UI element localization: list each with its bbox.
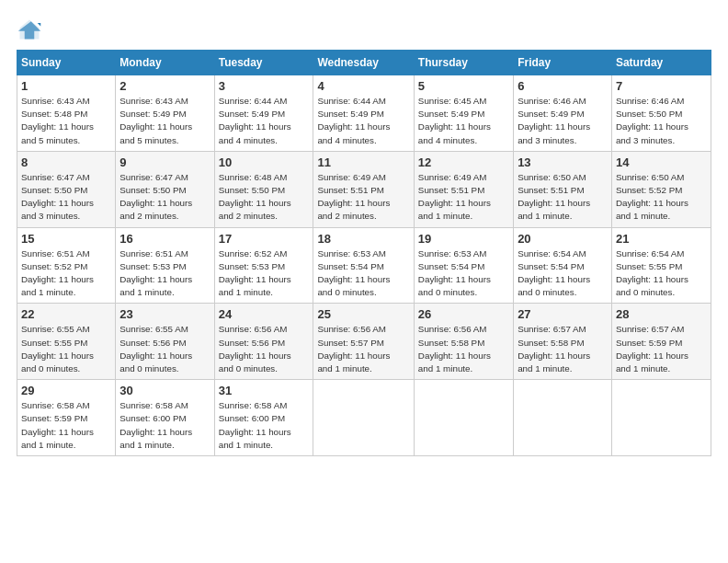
- week-row-4: 22Sunrise: 6:55 AM Sunset: 5:55 PM Dayli…: [17, 304, 711, 380]
- day-cell-14: 14Sunrise: 6:50 AM Sunset: 5:52 PM Dayli…: [611, 151, 711, 227]
- empty-cell: [611, 380, 711, 456]
- day-number: 26: [418, 307, 509, 321]
- header-row: SundayMondayTuesdayWednesdayThursdayFrid…: [17, 51, 711, 75]
- day-cell-13: 13Sunrise: 6:50 AM Sunset: 5:51 PM Dayli…: [514, 151, 612, 227]
- header-cell-wednesday: Wednesday: [313, 51, 414, 75]
- empty-cell: [414, 380, 513, 456]
- empty-cell: [514, 380, 612, 456]
- day-cell-27: 27Sunrise: 6:57 AM Sunset: 5:58 PM Dayli…: [514, 304, 612, 380]
- header-cell-friday: Friday: [514, 51, 612, 75]
- day-info: Sunrise: 6:56 AM Sunset: 5:58 PM Dayligh…: [418, 323, 509, 375]
- day-number: 21: [616, 232, 707, 246]
- day-info: Sunrise: 6:46 AM Sunset: 5:49 PM Dayligh…: [518, 95, 608, 147]
- week-row-2: 8Sunrise: 6:47 AM Sunset: 5:50 PM Daylig…: [17, 151, 711, 227]
- day-info: Sunrise: 6:56 AM Sunset: 5:56 PM Dayligh…: [219, 323, 310, 375]
- day-info: Sunrise: 6:57 AM Sunset: 5:58 PM Dayligh…: [518, 323, 608, 375]
- header-cell-saturday: Saturday: [611, 51, 711, 75]
- day-number: 25: [317, 307, 409, 321]
- day-number: 23: [119, 307, 210, 321]
- day-info: Sunrise: 6:47 AM Sunset: 5:50 PM Dayligh…: [119, 171, 210, 224]
- day-info: Sunrise: 6:45 AM Sunset: 5:49 PM Dayligh…: [418, 95, 509, 147]
- day-cell-12: 12Sunrise: 6:49 AM Sunset: 5:51 PM Dayli…: [414, 151, 513, 227]
- week-row-1: 1Sunrise: 6:43 AM Sunset: 5:48 PM Daylig…: [17, 75, 711, 152]
- day-number: 28: [616, 307, 707, 321]
- day-info: Sunrise: 6:49 AM Sunset: 5:51 PM Dayligh…: [418, 171, 509, 224]
- day-number: 9: [119, 155, 210, 169]
- day-info: Sunrise: 6:43 AM Sunset: 5:49 PM Dayligh…: [119, 95, 210, 147]
- day-cell-31: 31Sunrise: 6:58 AM Sunset: 6:00 PM Dayli…: [214, 380, 313, 456]
- day-info: Sunrise: 6:48 AM Sunset: 5:50 PM Dayligh…: [219, 171, 310, 224]
- day-number: 6: [518, 79, 608, 93]
- day-cell-2: 2Sunrise: 6:43 AM Sunset: 5:49 PM Daylig…: [116, 75, 214, 152]
- day-info: Sunrise: 6:57 AM Sunset: 5:59 PM Dayligh…: [616, 323, 707, 375]
- day-number: 8: [21, 155, 111, 169]
- day-info: Sunrise: 6:51 AM Sunset: 5:52 PM Dayligh…: [21, 247, 111, 300]
- day-number: 4: [317, 79, 409, 93]
- day-cell-21: 21Sunrise: 6:54 AM Sunset: 5:55 PM Dayli…: [611, 227, 711, 304]
- day-cell-24: 24Sunrise: 6:56 AM Sunset: 5:56 PM Dayli…: [214, 304, 313, 380]
- header-cell-thursday: Thursday: [414, 51, 513, 75]
- day-info: Sunrise: 6:53 AM Sunset: 5:54 PM Dayligh…: [418, 247, 509, 300]
- day-info: Sunrise: 6:44 AM Sunset: 5:49 PM Dayligh…: [219, 95, 310, 147]
- day-cell-17: 17Sunrise: 6:52 AM Sunset: 5:53 PM Dayli…: [214, 227, 313, 304]
- day-cell-3: 3Sunrise: 6:44 AM Sunset: 5:49 PM Daylig…: [214, 75, 313, 152]
- day-cell-18: 18Sunrise: 6:53 AM Sunset: 5:54 PM Dayli…: [313, 227, 414, 304]
- day-info: Sunrise: 6:58 AM Sunset: 5:59 PM Dayligh…: [21, 399, 111, 452]
- header-cell-monday: Monday: [116, 51, 214, 75]
- day-number: 27: [518, 307, 608, 321]
- calendar-table: SundayMondayTuesdayWednesdayThursdayFrid…: [17, 50, 711, 456]
- day-number: 30: [119, 384, 210, 397]
- day-cell-29: 29Sunrise: 6:58 AM Sunset: 5:59 PM Dayli…: [17, 380, 116, 456]
- day-number: 2: [119, 79, 210, 93]
- day-cell-26: 26Sunrise: 6:56 AM Sunset: 5:58 PM Dayli…: [414, 304, 513, 380]
- day-cell-20: 20Sunrise: 6:54 AM Sunset: 5:54 PM Dayli…: [514, 227, 612, 304]
- header: [17, 17, 711, 42]
- day-info: Sunrise: 6:47 AM Sunset: 5:50 PM Dayligh…: [21, 171, 111, 224]
- week-row-3: 15Sunrise: 6:51 AM Sunset: 5:52 PM Dayli…: [17, 227, 711, 304]
- day-cell-7: 7Sunrise: 6:46 AM Sunset: 5:50 PM Daylig…: [611, 75, 711, 152]
- day-number: 14: [616, 155, 707, 169]
- day-number: 16: [119, 232, 210, 246]
- day-number: 7: [616, 79, 707, 93]
- day-number: 11: [317, 155, 409, 169]
- day-number: 20: [518, 232, 608, 246]
- day-info: Sunrise: 6:43 AM Sunset: 5:48 PM Dayligh…: [21, 95, 111, 147]
- day-info: Sunrise: 6:46 AM Sunset: 5:50 PM Dayligh…: [616, 95, 707, 147]
- page: SundayMondayTuesdayWednesdayThursdayFrid…: [0, 0, 728, 563]
- day-cell-4: 4Sunrise: 6:44 AM Sunset: 5:49 PM Daylig…: [313, 75, 414, 152]
- day-info: Sunrise: 6:52 AM Sunset: 5:53 PM Dayligh…: [219, 247, 310, 300]
- day-cell-1: 1Sunrise: 6:43 AM Sunset: 5:48 PM Daylig…: [17, 75, 116, 152]
- day-number: 22: [21, 307, 111, 321]
- day-info: Sunrise: 6:53 AM Sunset: 5:54 PM Dayligh…: [317, 247, 409, 300]
- day-cell-23: 23Sunrise: 6:55 AM Sunset: 5:56 PM Dayli…: [116, 304, 214, 380]
- day-info: Sunrise: 6:58 AM Sunset: 6:00 PM Dayligh…: [119, 399, 210, 452]
- day-info: Sunrise: 6:49 AM Sunset: 5:51 PM Dayligh…: [317, 171, 409, 224]
- day-cell-6: 6Sunrise: 6:46 AM Sunset: 5:49 PM Daylig…: [514, 75, 612, 152]
- day-number: 19: [418, 232, 509, 246]
- day-info: Sunrise: 6:50 AM Sunset: 5:51 PM Dayligh…: [518, 171, 608, 224]
- day-number: 5: [418, 79, 509, 93]
- day-number: 18: [317, 232, 409, 246]
- day-cell-9: 9Sunrise: 6:47 AM Sunset: 5:50 PM Daylig…: [116, 151, 214, 227]
- day-number: 10: [219, 155, 310, 169]
- day-info: Sunrise: 6:54 AM Sunset: 5:54 PM Dayligh…: [518, 247, 608, 300]
- day-info: Sunrise: 6:55 AM Sunset: 5:56 PM Dayligh…: [119, 323, 210, 375]
- day-number: 15: [21, 232, 111, 246]
- day-info: Sunrise: 6:58 AM Sunset: 6:00 PM Dayligh…: [219, 399, 310, 452]
- day-cell-15: 15Sunrise: 6:51 AM Sunset: 5:52 PM Dayli…: [17, 227, 116, 304]
- day-number: 1: [21, 79, 111, 93]
- day-info: Sunrise: 6:44 AM Sunset: 5:49 PM Dayligh…: [317, 95, 409, 147]
- logo: [17, 17, 46, 42]
- day-number: 3: [219, 79, 310, 93]
- day-cell-25: 25Sunrise: 6:56 AM Sunset: 5:57 PM Dayli…: [313, 304, 414, 380]
- day-number: 12: [418, 155, 509, 169]
- day-info: Sunrise: 6:54 AM Sunset: 5:55 PM Dayligh…: [616, 247, 707, 300]
- day-cell-30: 30Sunrise: 6:58 AM Sunset: 6:00 PM Dayli…: [116, 380, 214, 456]
- day-number: 13: [518, 155, 608, 169]
- header-cell-tuesday: Tuesday: [214, 51, 313, 75]
- header-cell-sunday: Sunday: [17, 51, 116, 75]
- day-number: 17: [219, 232, 310, 246]
- day-cell-19: 19Sunrise: 6:53 AM Sunset: 5:54 PM Dayli…: [414, 227, 513, 304]
- day-number: 31: [219, 384, 310, 397]
- day-number: 29: [21, 384, 111, 397]
